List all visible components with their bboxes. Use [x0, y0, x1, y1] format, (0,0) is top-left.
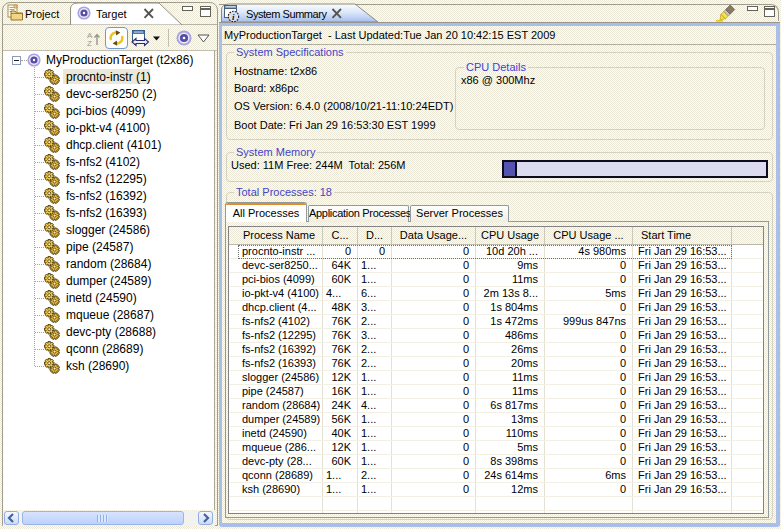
svg-text:Z: Z: [87, 39, 92, 47]
